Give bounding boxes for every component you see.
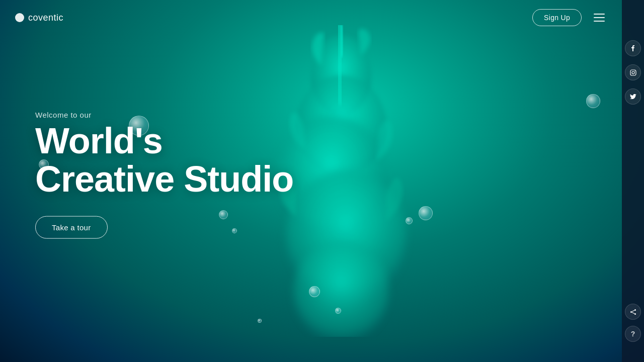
- header: coventic Sign Up: [0, 0, 622, 35]
- svg-point-9: [630, 311, 632, 313]
- svg-point-7: [634, 70, 635, 71]
- logo[interactable]: coventic: [15, 13, 63, 23]
- headline-line1: World's: [35, 121, 163, 161]
- hamburger-line-2: [594, 17, 605, 18]
- bubble-6: [586, 94, 600, 108]
- headline: World's Creative Studio: [35, 122, 293, 198]
- svg-line-12: [632, 312, 634, 314]
- instagram-icon[interactable]: [625, 64, 641, 80]
- svg-point-6: [632, 71, 634, 74]
- utility-icons: ?: [625, 304, 641, 342]
- logo-icon: [15, 13, 24, 22]
- bubble-9: [335, 308, 341, 314]
- take-tour-button[interactable]: Take a tour: [35, 216, 108, 239]
- header-actions: Sign Up: [532, 9, 607, 26]
- menu-button[interactable]: [592, 12, 607, 24]
- svg-rect-5: [630, 70, 636, 75]
- headline-line2: Creative Studio: [35, 158, 293, 199]
- twitter-icon[interactable]: [625, 88, 641, 105]
- hero-content: Welcome to our World's Creative Studio T…: [35, 111, 293, 239]
- hamburger-line-3: [594, 21, 605, 22]
- welcome-text: Welcome to our: [35, 111, 293, 119]
- svg-point-10: [634, 313, 636, 315]
- logo-text: coventic: [28, 13, 63, 23]
- hamburger-line-1: [594, 14, 605, 15]
- right-sidebar: ?: [622, 0, 644, 362]
- bubble-10: [258, 319, 262, 323]
- facebook-icon[interactable]: [625, 40, 641, 56]
- svg-point-8: [634, 309, 636, 311]
- svg-line-11: [632, 310, 634, 312]
- help-icon[interactable]: ?: [625, 326, 641, 342]
- social-icons: [625, 40, 641, 105]
- help-symbol: ?: [631, 330, 635, 338]
- share-icon[interactable]: [625, 304, 641, 320]
- signup-button[interactable]: Sign Up: [532, 9, 582, 26]
